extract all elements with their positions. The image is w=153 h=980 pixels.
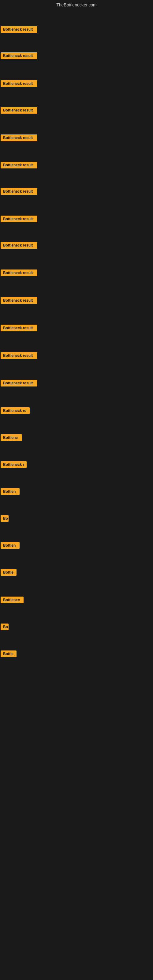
bottleneck-result-row: Bottlenec — [1, 597, 24, 605]
bottleneck-result-label[interactable]: Bottlen — [1, 488, 19, 495]
bottleneck-result-label[interactable]: Bottleneck result — [1, 26, 37, 33]
bottleneck-result-row: Bottleneck re — [1, 407, 30, 415]
bottleneck-result-row: Bottleneck result — [1, 242, 37, 250]
bottleneck-result-label[interactable]: Bottle — [1, 569, 16, 576]
bottleneck-result-row: Bottlen — [1, 488, 19, 496]
bottleneck-result-label[interactable]: Bottlene — [1, 434, 22, 441]
bottleneck-result-label[interactable]: Bottleneck result — [1, 269, 37, 276]
bottleneck-result-label[interactable]: Bottlenec — [1, 597, 24, 603]
bottleneck-result-row: Bottle — [1, 569, 16, 577]
bottleneck-result-row: Bottleneck result — [1, 297, 37, 305]
bottleneck-result-row: Bottlen — [1, 542, 19, 550]
bottleneck-result-label[interactable]: Bottleneck re — [1, 407, 30, 414]
bottleneck-result-label[interactable]: Bo — [1, 624, 9, 630]
bottleneck-result-row: Bottleneck result — [1, 107, 37, 115]
site-title: TheBottlenecker.com — [0, 0, 153, 9]
bottleneck-result-label[interactable]: Bo — [1, 515, 9, 522]
bottleneck-result-row: Bottleneck r — [1, 461, 27, 469]
bottleneck-result-label[interactable]: Bottleneck result — [1, 107, 37, 114]
bottleneck-result-row: Bottleneck result — [1, 188, 37, 196]
bottleneck-result-label[interactable]: Bottleneck result — [1, 162, 37, 169]
bottleneck-result-row: Bottleneck result — [1, 352, 37, 360]
bottleneck-result-row: Bottleneck result — [1, 134, 37, 142]
bottleneck-result-label[interactable]: Bottleneck result — [1, 325, 37, 331]
bottleneck-result-row: Bottleneck result — [1, 162, 37, 170]
bottleneck-result-row: Bo — [1, 515, 9, 523]
bottleneck-result-label[interactable]: Bottleneck result — [1, 80, 37, 87]
bottleneck-result-row: Bottle — [1, 651, 16, 659]
bottleneck-result-label[interactable]: Bottle — [1, 651, 16, 657]
bottleneck-result-label[interactable]: Bottleneck r — [1, 461, 27, 468]
bottleneck-result-label[interactable]: Bottleneck result — [1, 242, 37, 249]
bottleneck-result-label[interactable]: Bottleneck result — [1, 216, 37, 222]
bottleneck-result-row: Bottleneck result — [1, 325, 37, 332]
bottleneck-result-row: Bottleneck result — [1, 269, 37, 277]
bottleneck-result-row: Bottleneck result — [1, 216, 37, 224]
bottleneck-result-row: Bottleneck result — [1, 380, 37, 388]
bottleneck-result-label[interactable]: Bottleneck result — [1, 52, 37, 59]
bottleneck-result-label[interactable]: Bottleneck result — [1, 352, 37, 359]
bottleneck-result-row: Bo — [1, 624, 9, 632]
bottleneck-result-row: Bottlene — [1, 434, 22, 442]
bottleneck-result-row: Bottleneck result — [1, 80, 37, 88]
bottleneck-result-label[interactable]: Bottlen — [1, 542, 19, 549]
bottleneck-result-row: Bottleneck result — [1, 26, 37, 34]
bottleneck-result-label[interactable]: Bottleneck result — [1, 188, 37, 195]
bottleneck-result-row: Bottleneck result — [1, 52, 37, 60]
bottleneck-result-label[interactable]: Bottleneck result — [1, 134, 37, 141]
bottleneck-result-label[interactable]: Bottleneck result — [1, 297, 37, 304]
bottleneck-result-label[interactable]: Bottleneck result — [1, 380, 37, 387]
